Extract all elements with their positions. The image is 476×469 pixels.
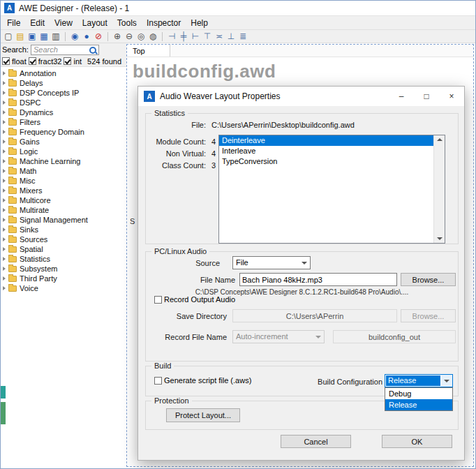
align-top-icon[interactable]: ⊤: [202, 31, 213, 42]
align-right-icon[interactable]: ⊢: [190, 31, 201, 42]
expander-icon[interactable]: [3, 91, 6, 95]
expander-icon[interactable]: [3, 286, 6, 290]
tree-item-logic[interactable]: Logic: [1, 147, 126, 156]
expander-icon[interactable]: [3, 179, 6, 183]
halt-icon[interactable]: ⊘: [93, 31, 104, 42]
save-all-icon[interactable]: ▦: [38, 31, 50, 42]
int-checkbox[interactable]: [64, 57, 71, 65]
tree-item-dsp-concepts-ip[interactable]: DSP Concepts IP: [1, 88, 126, 98]
chevron-down-icon[interactable]: [299, 257, 310, 269]
expander-icon[interactable]: [3, 247, 6, 251]
distribute-icon[interactable]: ≣: [237, 31, 248, 42]
zoom-fit-icon[interactable]: ◎: [135, 31, 147, 42]
generate-script-checkbox-row[interactable]: Generate script file (.aws): [154, 376, 251, 385]
tree-item-machine-learning[interactable]: Machine Learning: [1, 156, 126, 166]
expander-icon[interactable]: [3, 71, 6, 75]
tree-item-spatial[interactable]: Spatial: [1, 244, 126, 254]
docked-tab-icon[interactable]: [1, 402, 6, 424]
generate-script-checkbox[interactable]: [154, 377, 162, 385]
ok-button[interactable]: OK: [382, 435, 452, 448]
tree-item-gains[interactable]: Gains: [1, 137, 126, 147]
expander-icon[interactable]: [3, 267, 6, 271]
source-combobox[interactable]: File: [232, 256, 311, 269]
scroll-up-icon[interactable]: [437, 138, 442, 141]
tree-item-voice[interactable]: Voice: [1, 283, 126, 293]
search-icon[interactable]: [89, 46, 97, 54]
expander-icon[interactable]: [3, 208, 6, 212]
cancel-button[interactable]: Cancel: [281, 435, 351, 448]
tree-item-delays[interactable]: Delays: [1, 78, 126, 88]
zoom-selection-icon[interactable]: ◍: [147, 31, 158, 42]
menu-tools[interactable]: Tools: [112, 17, 142, 29]
filter-fract32[interactable]: fract32: [29, 57, 62, 66]
protect-layout-button[interactable]: Protect Layout...: [166, 408, 240, 422]
close-button[interactable]: ×: [439, 87, 464, 106]
chevron-down-icon[interactable]: [441, 375, 452, 387]
module-list-item[interactable]: Deinterleave: [219, 135, 433, 146]
menu-help[interactable]: Help: [186, 17, 213, 29]
tree-item-annotation[interactable]: Annotation: [1, 68, 126, 78]
menu-edit[interactable]: Edit: [25, 17, 50, 29]
zoom-in-icon[interactable]: ⊕: [112, 31, 123, 42]
maximize-button[interactable]: □: [414, 87, 439, 106]
tree-item-statistics[interactable]: Statistics: [1, 254, 126, 264]
module-list-item[interactable]: TypeConversion: [219, 156, 433, 167]
browse-file-button[interactable]: Browse...: [401, 273, 456, 286]
expander-icon[interactable]: [3, 159, 6, 163]
filter-float[interactable]: float: [2, 57, 27, 66]
expander-icon[interactable]: [3, 198, 6, 202]
align-center-icon[interactable]: ╪: [178, 31, 189, 42]
dropdown-option-release[interactable]: Release: [385, 399, 452, 410]
build-configuration-combobox[interactable]: Release: [385, 374, 453, 387]
tree-item-dspc[interactable]: DSPC: [1, 98, 126, 107]
zoom-out-icon[interactable]: ⊖: [124, 31, 135, 42]
dropdown-option-debug[interactable]: Debug: [385, 388, 452, 399]
tree-item-third-party[interactable]: Third Party: [1, 274, 126, 283]
open-folder-icon[interactable]: ▤: [15, 31, 26, 42]
menu-view[interactable]: View: [50, 17, 77, 29]
new-file-icon[interactable]: ▢: [3, 31, 14, 42]
tree-item-sources[interactable]: Sources: [1, 234, 126, 244]
tree-item-misc[interactable]: Misc: [1, 176, 126, 186]
tree-item-signal-management[interactable]: Signal Management: [1, 215, 126, 225]
expander-icon[interactable]: [3, 81, 6, 85]
expander-icon[interactable]: [3, 188, 6, 193]
fract32-checkbox[interactable]: [29, 57, 36, 65]
expander-icon[interactable]: [3, 237, 6, 241]
menu-layout[interactable]: Layout: [77, 17, 112, 29]
expander-icon[interactable]: [3, 228, 6, 232]
tree-item-filters[interactable]: Filters: [1, 117, 126, 127]
tree-item-subsystem[interactable]: Subsystem: [1, 264, 126, 274]
align-bottom-icon[interactable]: ⊥: [225, 31, 237, 42]
tree-item-sinks[interactable]: Sinks: [1, 225, 126, 234]
tree-item-math[interactable]: Math: [1, 166, 126, 176]
expander-icon[interactable]: [3, 130, 6, 134]
float-checkbox[interactable]: [2, 57, 10, 65]
minimize-button[interactable]: –: [389, 87, 414, 106]
connect-icon[interactable]: ◉: [69, 31, 80, 42]
run-icon[interactable]: ●: [81, 31, 92, 42]
expander-icon[interactable]: [3, 120, 6, 124]
save-icon[interactable]: ▣: [27, 31, 38, 42]
expander-icon[interactable]: [3, 276, 6, 281]
expander-icon[interactable]: [3, 110, 6, 114]
record-output-checkbox[interactable]: [154, 296, 162, 304]
record-output-checkbox-row[interactable]: Record Output Audio: [154, 295, 235, 304]
tab-top[interactable]: Top: [127, 45, 170, 57]
docked-tab-icon[interactable]: [1, 386, 6, 399]
align-left-icon[interactable]: ⊣: [166, 31, 177, 42]
list-scrollbar[interactable]: [433, 135, 445, 243]
tree-item-dynamics[interactable]: Dynamics: [1, 107, 126, 117]
tree-item-multicore[interactable]: Multicore: [1, 195, 126, 205]
scroll-down-icon[interactable]: [437, 237, 442, 240]
expander-icon[interactable]: [3, 169, 6, 173]
copy-icon[interactable]: ▥: [50, 31, 61, 42]
file-name-input[interactable]: [240, 274, 396, 285]
menu-file[interactable]: File: [2, 17, 25, 29]
expander-icon[interactable]: [3, 218, 6, 222]
align-middle-icon[interactable]: ≍: [214, 31, 225, 42]
menu-inspector[interactable]: Inspector: [142, 17, 186, 29]
expander-icon[interactable]: [3, 257, 6, 261]
expander-icon[interactable]: [3, 149, 6, 154]
tree-item-multirate[interactable]: Multirate: [1, 205, 126, 215]
